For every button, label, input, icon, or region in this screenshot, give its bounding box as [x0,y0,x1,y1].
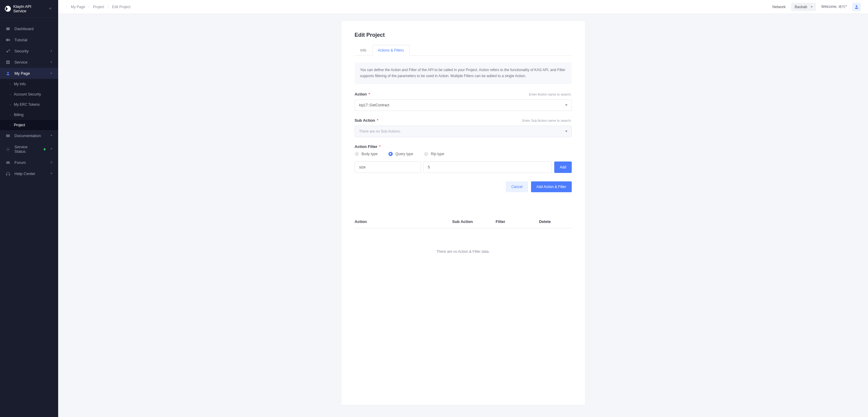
chevron-right-icon [50,49,53,53]
external-link-icon [50,134,53,138]
svg-rect-0 [6,27,9,30]
sidebar-sub-myinfo[interactable]: My Info [0,79,58,89]
topbar: My Page Project Edit Project Network Bao… [58,0,868,14]
svg-point-9 [7,149,8,150]
sub-action-select[interactable]: There are no Sub Actions. [355,126,572,137]
chevron-right-icon [65,5,68,9]
svg-point-8 [7,72,9,73]
video-icon [5,38,10,42]
chevron-right-icon [50,60,53,64]
status-icon [5,147,10,152]
sidebar: Klaytn API Service Dashboard Tutorial [0,0,58,417]
sidebar-item-forum[interactable]: Forum [0,157,58,168]
sidebar-item-service-status[interactable]: Service Status [0,141,58,157]
key-icon [5,49,10,53]
add-action-filter-button[interactable]: Add Action & Filter [531,181,572,192]
field-action-filter: Action Filter * Body type Query type Rlp… [355,144,572,173]
sidebar-item-label: Security [14,49,29,53]
external-link-icon [50,147,53,151]
info-box: You can define the Action and Filter of … [355,62,572,84]
filter-key-input[interactable] [355,161,421,173]
action-filter-table: Action Sub Action Filter Delete There ar… [355,219,572,257]
sub-action-hint: Enter Sub Action name to search. [522,119,572,122]
chevron-double-left-icon [49,7,52,10]
chevron-right-icon [107,5,110,9]
breadcrumb-item[interactable]: Edit Project [112,5,130,9]
book-icon [5,133,10,138]
action-select[interactable]: kip17::GetContract [355,99,572,111]
breadcrumb: My Page Project Edit Project [65,5,130,9]
action-label: Action * [355,92,370,96]
sidebar-item-security[interactable]: Security [0,45,58,57]
filter-value-input[interactable] [424,161,552,173]
status-dot-indicator [44,148,45,150]
sidebar-sub-project[interactable]: Project [0,120,58,130]
breadcrumb-item[interactable]: My Page [71,5,85,9]
table-header: Action Sub Action Filter Delete [355,219,572,228]
welcome-text: Welcome, 곽지* [821,4,847,9]
th-filter: Filter [496,219,539,224]
sidebar-submenu-mypage: My Info Account Security My ERC Tokens B… [0,79,58,130]
network-select[interactable]: Baobab [791,3,816,11]
chevron-right-icon [87,5,90,9]
th-action: Action [355,219,453,224]
tab-info[interactable]: Info [355,45,372,56]
page-title: Edit Project [355,32,572,38]
radio-query-type[interactable]: Query type [389,152,413,156]
radio-rlp-type[interactable]: Rlp type [424,152,444,156]
th-delete: Delete [539,219,572,224]
sidebar-item-dashboard[interactable]: Dashboard [0,23,58,34]
grid-icon [5,60,10,64]
sidebar-item-mypage[interactable]: My Page [0,68,58,79]
svg-rect-7 [8,62,10,64]
brand-name: Klaytn API Service [13,4,45,13]
filter-type-radios: Body type Query type Rlp type [355,152,572,156]
sidebar-item-label: Service [14,60,27,64]
tabs: Info Actions & Filters [355,45,572,56]
sidebar-item-label: Tutorial [14,38,27,42]
add-filter-button[interactable]: Add [554,161,571,173]
chevron-down-icon [50,71,53,76]
external-link-icon [50,161,53,164]
sidebar-header: Klaytn API Service [0,0,58,18]
sidebar-sub-billing[interactable]: Billing [0,110,58,120]
sidebar-item-label: Documentation [14,133,41,138]
sidebar-item-label: Help Center [14,171,35,176]
field-sub-action: Sub Action * Enter Sub Action name to se… [355,118,572,137]
mail-icon [5,160,10,165]
radio-body-type[interactable]: Body type [355,152,378,156]
svg-rect-1 [6,39,9,41]
svg-rect-13 [9,174,10,175]
svg-marker-2 [9,39,10,41]
sidebar-item-label: My Page [14,71,30,76]
collapse-sidebar-button[interactable] [47,5,53,12]
user-icon [5,71,10,76]
field-action: Action * Enter Action name to search. ki… [355,92,572,111]
sidebar-sub-erc-tokens[interactable]: My ERC Tokens [0,99,58,110]
form-actions: Cancel Add Action & Filter [355,181,572,192]
svg-point-14 [856,5,857,7]
sidebar-sub-account-security[interactable]: Account Security [0,89,58,99]
sidebar-item-label: Forum [14,160,26,165]
sidebar-item-help-center[interactable]: Help Center [0,168,58,179]
headphones-icon [5,171,10,176]
sidebar-item-documentation[interactable]: Documentation [0,130,58,141]
th-sub-action: Sub Action [453,219,496,224]
sidebar-item-label: Service Status [14,145,38,154]
svg-rect-12 [6,174,7,175]
sidebar-item-tutorial[interactable]: Tutorial [0,34,58,45]
network-label: Network [772,5,786,9]
sidebar-item-service[interactable]: Service [0,57,58,68]
avatar[interactable] [852,3,861,11]
logo-icon [5,6,11,12]
main-area: My Page Project Edit Project Network Bao… [58,0,868,417]
svg-rect-4 [6,61,7,62]
sidebar-nav: Dashboard Tutorial Security [0,18,58,179]
topbar-right: Network Baobab Welcome, 곽지* [772,3,861,11]
sidebar-item-label: Dashboard [14,27,34,31]
user-icon [854,4,859,9]
cancel-button[interactable]: Cancel [506,181,528,192]
action-filter-label: Action Filter * [355,144,381,149]
breadcrumb-item[interactable]: Project [93,5,104,9]
tab-actions-filters[interactable]: Actions & Filters [372,45,410,56]
